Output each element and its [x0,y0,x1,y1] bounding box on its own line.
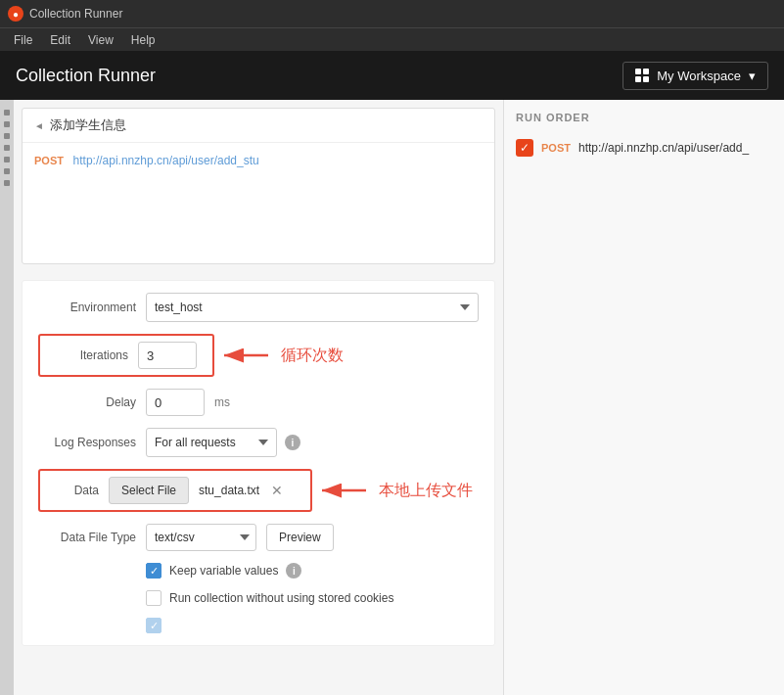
run-order-item: POST http://api.nnzhp.cn/api/user/add_ [516,133,772,162]
title-bar-text: Collection Runner [29,7,122,21]
request-url: http://api.nnzhp.cn/api/user/add_stu [73,154,259,167]
sidebar-dot-4 [4,145,10,151]
sidebar-dot-3 [4,133,10,139]
title-bar: ● Collection Runner [0,0,784,27]
collection-card-body: POST http://api.nnzhp.cn/api/user/add_st… [23,143,494,177]
placeholder-checkbox[interactable] [146,618,161,633]
menu-view[interactable]: View [80,31,121,49]
menu-bar: File Edit View Help [0,27,784,51]
environment-select[interactable]: test_host dev prod [146,293,479,322]
environment-label: Environment [38,301,136,314]
app-header-title: Collection Runner [16,66,156,86]
form-section: Environment test_host dev prod Iteration… [22,280,495,646]
placeholder-row [38,618,479,633]
workspace-grid-icon [635,69,649,82]
menu-file[interactable]: File [6,31,40,49]
iterations-row: Iterations [38,334,214,377]
ms-label: ms [214,395,230,409]
data-file-type-row: Data File Type text/csv application/json… [38,524,479,551]
log-responses-select[interactable]: For all requests For failed requests Non… [146,428,277,457]
delay-row: Delay ms [38,389,479,416]
remove-file-icon[interactable]: ✕ [271,483,283,498]
iterations-input[interactable] [138,342,197,369]
sidebar-dot-2 [4,121,10,127]
run-without-cookies-checkbox[interactable] [146,590,161,606]
delay-input[interactable] [146,389,205,416]
data-file-type-select[interactable]: text/csv application/json [146,524,256,551]
main-container: ◄ 添加学生信息 POST http://api.nnzhp.cn/api/us… [0,100,784,695]
run-item-method: POST [541,142,571,154]
select-file-button[interactable]: Select File [109,477,189,504]
app-icon: ● [8,6,23,22]
preview-button[interactable]: Preview [266,524,334,551]
keep-variable-values-row: Keep variable values i [38,563,479,579]
left-panel: ◄ 添加学生信息 POST http://api.nnzhp.cn/api/us… [14,100,503,695]
collection-name: 添加学生信息 [50,116,126,134]
workspace-dropdown-icon: ▾ [749,69,756,83]
data-annotation: 本地上传文件 [379,481,473,501]
keep-variable-values-label: Keep variable values [169,564,278,578]
run-without-cookies-row: Run collection without using stored cook… [38,590,479,606]
environment-row: Environment test_host dev prod [38,293,479,322]
file-name: stu_data.txt [199,484,259,497]
data-file-type-label: Data File Type [38,531,136,544]
iterations-label: Iterations [50,348,128,362]
run-item-checkbox[interactable] [516,139,533,157]
log-select-container: For all requests For failed requests Non… [146,428,300,457]
run-item-url: http://api.nnzhp.cn/api/user/add_ [578,141,749,155]
log-info-icon[interactable]: i [285,435,300,450]
right-panel: RUN ORDER POST http://api.nnzhp.cn/api/u… [503,100,784,695]
keep-variable-values-checkbox[interactable] [146,563,161,579]
data-outer: Data Select File stu_data.txt ✕ 本地上传文件 [38,469,479,512]
iterations-outer: Iterations 循环次数 [38,334,479,377]
request-method-label: POST [34,155,64,166]
sidebar-strip [0,100,14,695]
sidebar-dot-5 [4,157,10,162]
iterations-annotation: 循环次数 [281,346,344,366]
iterations-arrow-icon [214,341,273,370]
app-header: Collection Runner My Workspace ▾ [0,51,784,100]
data-arrow-icon [312,476,371,505]
delay-label: Delay [38,395,136,409]
run-order-label: RUN ORDER [516,112,772,123]
collapse-icon[interactable]: ◄ [34,120,44,131]
collection-card: ◄ 添加学生信息 POST http://api.nnzhp.cn/api/us… [22,108,495,264]
data-label: Data [50,484,99,497]
run-without-cookies-label: Run collection without using stored cook… [169,591,393,605]
workspace-label: My Workspace [657,69,741,83]
log-responses-label: Log Responses [38,436,136,449]
sidebar-dot-7 [4,180,10,186]
log-responses-row: Log Responses For all requests For faile… [38,428,479,457]
keep-variable-info-icon[interactable]: i [286,563,301,579]
menu-edit[interactable]: Edit [42,31,78,49]
menu-help[interactable]: Help [123,31,163,49]
data-row: Data Select File stu_data.txt ✕ [38,469,312,512]
sidebar-dot-1 [4,110,10,116]
collection-card-header: ◄ 添加学生信息 [23,109,494,143]
workspace-button[interactable]: My Workspace ▾ [623,62,768,90]
sidebar-dot-6 [4,168,10,174]
